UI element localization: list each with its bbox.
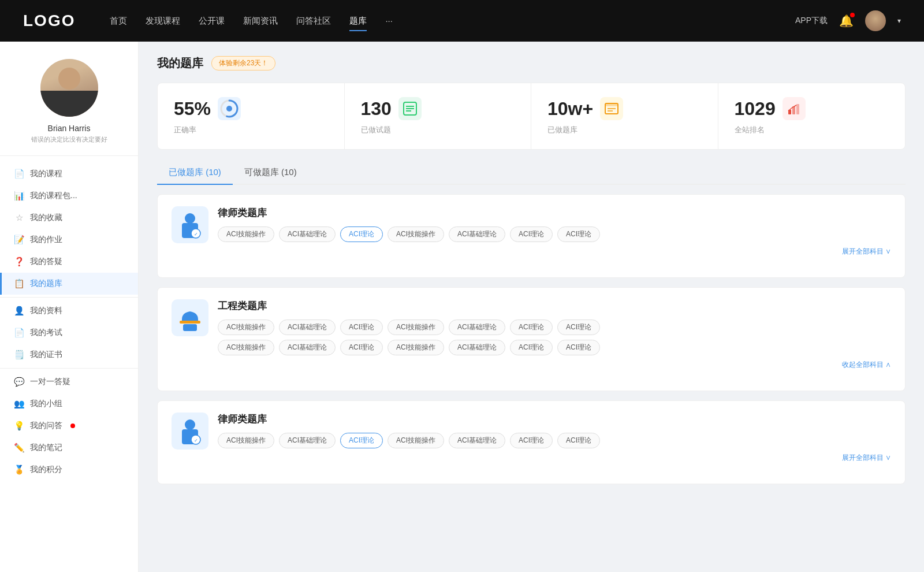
expand-link-3[interactable]: 展开全部科目 ∨ (218, 453, 891, 463)
sidebar-item-my-notes[interactable]: ✏️ 我的笔记 (0, 437, 138, 459)
tag-1-0[interactable]: ACI技能操作 (218, 226, 274, 242)
tag-2-5[interactable]: ACI理论 (510, 320, 553, 335)
svg-point-2 (226, 106, 232, 112)
stat-rank-value: 1029 (735, 98, 776, 120)
sidebar-item-my-questions[interactable]: 📋 我的题库 (0, 273, 138, 295)
nav-discover[interactable]: 发现课程 (146, 13, 180, 29)
tab-done[interactable]: 已做题库 (10) (157, 161, 233, 184)
tag-3-6[interactable]: ACI理论 (557, 433, 600, 448)
qbank-icon-lawyer-3: ✓ (172, 413, 208, 450)
qbank-header-2: 工程类题库 ACI技能操作 ACI基础理论 ACI理论 ACI技能操作 ACI基… (172, 299, 891, 370)
tag-2-2[interactable]: ACI理论 (340, 320, 383, 335)
tag-2-4[interactable]: ACI基础理论 (449, 320, 505, 335)
page-title: 我的题库 (157, 55, 203, 71)
profile-motto: 错误的决定比没有决定要好 (12, 135, 126, 144)
nav-news[interactable]: 新闻资讯 (243, 13, 278, 29)
sidebar-item-my-exam[interactable]: 📄 我的考试 (0, 322, 138, 344)
navbar-menu: 首页 发现课程 公开课 新闻资讯 问答社区 题库 ··· (110, 13, 795, 29)
answer-icon: 💡 (14, 421, 24, 431)
qbank-card-1: ✓ 律师类题库 ACI技能操作 ACI基础理论 ACI理论 ACI技能操作 AC… (157, 194, 906, 278)
sidebar-item-one-to-one[interactable]: 💬 一对一答疑 (0, 371, 138, 393)
sidebar-label-my-exam: 我的考试 (30, 328, 62, 338)
stat-rank: 1029 全站排名 (718, 83, 906, 149)
tag-3-1[interactable]: ACI基础理论 (279, 433, 336, 448)
nav-questions[interactable]: 题库 (349, 13, 367, 29)
tag-2-7[interactable]: ACI技能操作 (218, 340, 274, 355)
sidebar-label-my-notes: 我的笔记 (30, 443, 62, 453)
tag-2-3[interactable]: ACI技能操作 (388, 320, 444, 335)
stat-done-questions-value: 130 (361, 98, 392, 120)
sidebar-label-my-points: 我的积分 (30, 465, 62, 475)
tag-3-2[interactable]: ACI理论 (340, 433, 383, 448)
sidebar-item-my-collect[interactable]: ☆ 我的收藏 (0, 207, 138, 229)
navbar: LOGO 首页 发现课程 公开课 新闻资讯 问答社区 题库 ··· APP下载 … (0, 0, 924, 42)
collapse-link-2[interactable]: 收起全部科目 ∧ (218, 360, 891, 370)
sidebar-item-my-qa[interactable]: ❓ 我的答疑 (0, 251, 138, 273)
accuracy-ring-svg (219, 98, 240, 119)
tag-1-5[interactable]: ACI理论 (510, 226, 553, 242)
qbank-info-1: 律师类题库 ACI技能操作 ACI基础理论 ACI理论 ACI技能操作 ACI基… (218, 206, 891, 257)
tag-3-4[interactable]: ACI基础理论 (449, 433, 505, 448)
sidebar-label-my-qa: 我的答疑 (30, 257, 62, 267)
expand-link-1[interactable]: 展开全部科目 ∨ (218, 247, 891, 257)
tag-2-12[interactable]: ACI理论 (510, 340, 553, 355)
sidebar-item-my-group[interactable]: 👥 我的小组 (0, 393, 138, 415)
sidebar-item-my-data[interactable]: 👤 我的资料 (0, 300, 138, 322)
stat-accuracy-top: 55% (174, 97, 328, 120)
tag-2-10[interactable]: ACI技能操作 (388, 340, 444, 355)
tag-2-13[interactable]: ACI理论 (557, 340, 600, 355)
tag-2-8[interactable]: ACI基础理论 (279, 340, 336, 355)
tag-1-6[interactable]: ACI理论 (557, 226, 600, 242)
sidebar-item-my-course[interactable]: 📄 我的课程 (0, 163, 138, 185)
avatar[interactable] (865, 10, 886, 31)
tag-1-1[interactable]: ACI基础理论 (279, 226, 336, 242)
sidebar-item-my-answer[interactable]: 💡 我的问答 (0, 415, 138, 437)
tag-2-11[interactable]: ACI基础理论 (449, 340, 505, 355)
page-wrapper: Brian Harris 错误的决定比没有决定要好 📄 我的课程 📊 我的课程包… (0, 42, 924, 572)
stat-done-banks: 10w+ 已做题库 (531, 83, 718, 149)
stat-done-questions: 130 已做试题 (345, 83, 532, 149)
nav-open[interactable]: 公开课 (199, 13, 225, 29)
tag-2-9[interactable]: ACI理论 (340, 340, 383, 355)
one-to-one-icon: 💬 (14, 377, 24, 387)
tag-2-0[interactable]: ACI技能操作 (218, 320, 274, 335)
notification-bell-icon[interactable]: 🔔 (839, 14, 854, 28)
svg-rect-19 (183, 324, 197, 331)
sidebar-item-my-points[interactable]: 🏅 我的积分 (0, 459, 138, 481)
tag-1-4[interactable]: ACI基础理论 (449, 226, 505, 242)
rank-icon (783, 97, 806, 120)
questions-icon: 📋 (14, 278, 24, 289)
course-icon: 📄 (14, 169, 24, 179)
stats-row: 55% 正确率 130 (157, 83, 906, 150)
user-dropdown-icon[interactable]: ▾ (897, 17, 901, 25)
qbank-info-2: 工程类题库 ACI技能操作 ACI基础理论 ACI理论 ACI技能操作 ACI基… (218, 299, 891, 370)
qbank-icon-engineer (172, 299, 208, 336)
nav-qa[interactable]: 问答社区 (296, 13, 331, 29)
qa-icon: ❓ (14, 257, 24, 267)
sidebar-item-my-cert[interactable]: 🗒️ 我的证书 (0, 344, 138, 366)
nav-more[interactable]: ··· (385, 13, 393, 29)
sidebar-label-my-homework: 我的作业 (30, 235, 62, 245)
tag-3-3[interactable]: ACI技能操作 (388, 433, 444, 448)
sidebar-item-my-package[interactable]: 📊 我的课程包... (0, 185, 138, 207)
qbank-tags-2-row2: ACI技能操作 ACI基础理论 ACI理论 ACI技能操作 ACI基础理论 AC… (218, 340, 891, 355)
app-download-button[interactable]: APP下载 (795, 16, 828, 26)
tab-available[interactable]: 可做题库 (10) (233, 161, 308, 184)
sidebar-label-my-package: 我的课程包... (30, 191, 77, 201)
qbank-header-1: ✓ 律师类题库 ACI技能操作 ACI基础理论 ACI理论 ACI技能操作 AC… (172, 206, 891, 257)
avatar-image (865, 10, 886, 31)
tag-3-5[interactable]: ACI理论 (510, 433, 553, 448)
sidebar-label-my-data: 我的资料 (30, 306, 62, 316)
tag-2-1[interactable]: ACI基础理论 (279, 320, 336, 335)
tag-1-2[interactable]: ACI理论 (340, 226, 383, 242)
answer-badge (70, 424, 75, 428)
tag-3-0[interactable]: ACI技能操作 (218, 433, 274, 448)
sidebar-label-my-group: 我的小组 (30, 399, 62, 409)
sidebar-label-my-course: 我的课程 (30, 169, 62, 179)
tag-1-3[interactable]: ACI技能操作 (388, 226, 444, 242)
tag-2-6[interactable]: ACI理论 (557, 320, 600, 335)
profile-name: Brian Harris (12, 124, 126, 133)
sidebar-item-my-homework[interactable]: 📝 我的作业 (0, 229, 138, 251)
nav-home[interactable]: 首页 (110, 13, 127, 29)
data-icon: 👤 (14, 306, 24, 316)
